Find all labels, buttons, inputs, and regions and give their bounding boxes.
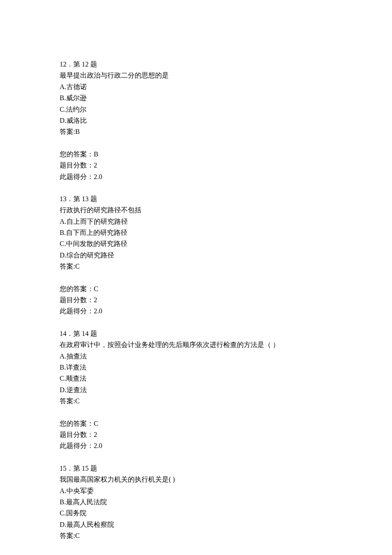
- question-option: B.详查法: [60, 362, 354, 373]
- score-block: 您的答案：C 题目分数：2 此题得分：2.0: [60, 283, 354, 317]
- question-option: D.最高人民检察院: [60, 519, 354, 530]
- question-option: C.中间发散的研究路径: [60, 238, 354, 249]
- question-block: 13．第 13 题 行政执行的研究路径不包括 A.自上而下的研究路径 B.自下而…: [60, 194, 354, 272]
- question-option: A.古德诺: [60, 81, 354, 92]
- document-page: 12．第 12 题 最早提出政治与行政二分的思想的是 A.古德诺 B.威尔逊 C…: [0, 0, 392, 555]
- question-stem: 在政府审计中，按照会计业务处理的先后顺序依次进行检查的方法是（ ）: [60, 339, 354, 350]
- question-stem: 行政执行的研究路径不包括: [60, 205, 354, 216]
- full-score: 题目分数：2: [60, 429, 354, 440]
- question-option: C.法约尔: [60, 104, 354, 115]
- answer-key: 答案:B: [60, 126, 354, 137]
- question-number: 14．第 14 题: [60, 328, 354, 339]
- question-block: 15．第 15 题 我国最高国家权力机关的执行机关是( ) A.中央军委 B.最…: [60, 463, 354, 542]
- question-stem: 最早提出政治与行政二分的思想的是: [60, 70, 354, 81]
- your-answer: 您的答案：B: [60, 149, 354, 160]
- your-answer: 您的答案：C: [60, 283, 354, 295]
- answer-key: 答案:C: [60, 396, 354, 407]
- question-option: D.综合的研究路径: [60, 250, 354, 261]
- question-option: D.威洛比: [60, 115, 354, 126]
- earned-score: 此题得分：2.0: [60, 306, 354, 317]
- full-score: 题目分数：2: [60, 160, 354, 171]
- answer-key: 答案:C: [60, 261, 354, 272]
- question-option: A.自上而下的研究路径: [60, 216, 354, 227]
- question-stem: 我国最高国家权力机关的执行机关是( ): [60, 474, 354, 485]
- question-option: B.自下而上的研究路径: [60, 227, 354, 238]
- question-option: D.逆查法: [60, 384, 354, 396]
- question-block: 14．第 14 题 在政府审计中，按照会计业务处理的先后顺序依次进行检查的方法是…: [60, 328, 354, 407]
- question-number: 12．第 12 题: [60, 59, 354, 70]
- question-option: A.抽查法: [60, 351, 354, 362]
- question-option: B.最高人民法院: [60, 497, 354, 508]
- question-number: 13．第 13 题: [60, 194, 354, 205]
- question-block: 12．第 12 题 最早提出政治与行政二分的思想的是 A.古德诺 B.威尔逊 C…: [60, 59, 354, 138]
- full-score: 题目分数：2: [60, 295, 354, 306]
- question-option: A.中央军委: [60, 486, 354, 497]
- question-number: 15．第 15 题: [60, 463, 354, 474]
- question-option: B.威尔逊: [60, 92, 354, 104]
- earned-score: 此题得分：2.0: [60, 440, 354, 451]
- earned-score: 此题得分：2.0: [60, 171, 354, 182]
- answer-key: 答案:C: [60, 530, 354, 541]
- score-block: 您的答案：B 题目分数：2 此题得分：2.0: [60, 149, 354, 182]
- question-option: C.国务院: [60, 508, 354, 519]
- score-block: 您的答案：C 题目分数：2 此题得分：2.0: [60, 418, 354, 452]
- question-option: C.顺查法: [60, 373, 354, 384]
- your-answer: 您的答案：C: [60, 418, 354, 429]
